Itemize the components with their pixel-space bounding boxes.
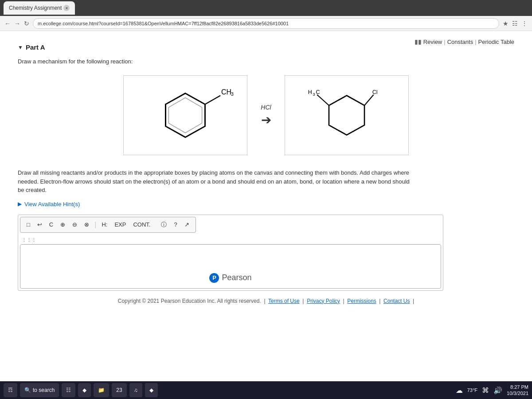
svg-line-2 — [205, 96, 221, 105]
svg-text:3: 3 — [231, 91, 234, 97]
page-content: ▮▮ Review | Constants | Periodic Table ▼… — [0, 31, 532, 381]
svg-line-6 — [317, 95, 329, 106]
browser-chrome: Chemistry Assignment × — [0, 0, 532, 16]
extensions-icon[interactable]: ☷ — [512, 20, 518, 27]
copyright-text: Copyright © 2021 Pearson Education Inc. … — [118, 298, 261, 304]
search-icon: 🔍 — [24, 387, 31, 393]
svg-text:CH: CH — [221, 88, 231, 96]
collapse-arrow-icon[interactable]: ▼ — [18, 44, 23, 51]
ruler-icon: ⋮⋮⋮ — [22, 237, 36, 243]
product-canvas[interactable]: H 3 C Cl — [285, 75, 409, 155]
drawing-toolbar: □ ↩ C ⊕ ⊖ ⊗ | H: EXP CONT. ⓘ ? ↗ — [20, 217, 196, 233]
clear-button[interactable]: ⊗ — [82, 220, 91, 229]
pearson-drawing-area[interactable]: P Pearson — [20, 244, 441, 289]
search-label: to search — [33, 387, 55, 393]
tab-close-button[interactable]: × — [63, 5, 70, 11]
new-doc-button[interactable]: □ — [25, 220, 32, 229]
review-link[interactable]: Review — [423, 39, 442, 45]
taskbar-edge-button[interactable]: ◆ — [78, 383, 91, 397]
refresh-icon[interactable]: ↻ — [24, 20, 29, 27]
part-title: Part A — [26, 43, 45, 51]
toolbar-separator: | — [94, 221, 96, 229]
calendar-day: 23 — [116, 387, 122, 393]
svg-marker-0 — [166, 94, 205, 137]
taskbar: ☶ 🔍 to search ☷ ◆ 📁 23 ♫ ◆ ☁ 73°F ⌘ 🔊 8:… — [0, 381, 532, 399]
hint-link[interactable]: View Available Hint(s) — [24, 201, 80, 207]
network-icon: ⌘ — [482, 386, 489, 395]
hint-arrow-icon[interactable]: ▶ — [18, 201, 22, 207]
svg-marker-5 — [329, 96, 364, 135]
reactant-canvas[interactable]: CH 3 — [123, 75, 247, 155]
taskbar-windows-button[interactable]: ☷ — [62, 383, 75, 397]
time-display: 8:27 PM — [507, 384, 528, 390]
product-svg: H 3 C Cl — [285, 76, 408, 155]
undo-button[interactable]: ↩ — [35, 220, 44, 229]
browser-tab[interactable]: Chemistry Assignment × — [4, 1, 75, 15]
taskbar-browser-button[interactable]: ◆ — [145, 383, 158, 397]
permissions-link[interactable]: Permissions — [347, 298, 376, 304]
reaction-area: CH 3 HCl ➔ H 3 C Cl — [18, 75, 514, 155]
taskbar-spotify-button[interactable]: ♫ — [129, 383, 142, 397]
contact-us-link[interactable]: Contact Us — [383, 298, 410, 304]
date-display: 10/3/2021 — [507, 390, 528, 396]
help-button[interactable]: ? — [172, 220, 179, 229]
tab-title: Chemistry Assignment — [9, 5, 62, 11]
terms-of-use-link[interactable]: Terms of Use — [268, 298, 300, 304]
pearson-name: Pearson — [222, 273, 251, 282]
svg-line-10 — [364, 95, 373, 106]
hydrogen-button[interactable]: H: — [100, 220, 109, 229]
arrow-container: HCl ➔ — [261, 104, 271, 127]
privacy-policy-link[interactable]: Privacy Policy — [307, 298, 340, 304]
pearson-p-icon: P — [209, 273, 219, 283]
svg-text:3: 3 — [313, 92, 315, 97]
constants-link[interactable]: Constants — [447, 39, 473, 45]
reaction-arrow-icon: ➔ — [261, 113, 271, 127]
address-bar[interactable]: m.ecollege.com/course.html?courseId=1678… — [33, 18, 499, 29]
cont-button[interactable]: CONT. — [131, 220, 152, 229]
bookmark-icon[interactable]: ★ — [503, 20, 509, 27]
back-icon[interactable]: ← — [4, 20, 11, 27]
exp-button[interactable]: EXP — [113, 220, 128, 229]
zoom-out-button[interactable]: ⊖ — [70, 220, 79, 229]
review-icon: ▮▮ — [415, 38, 422, 45]
taskbar-right: ☁ 73°F ⌘ 🔊 8:27 PM 10/3/2021 — [456, 384, 528, 397]
pearson-logo: P Pearson — [209, 273, 251, 283]
top-links: ▮▮ Review | Constants | Periodic Table — [415, 38, 514, 45]
info-button[interactable]: ⓘ — [159, 220, 168, 230]
redo-button[interactable]: C — [47, 220, 55, 229]
taskbar-file-button[interactable]: 📁 — [94, 383, 109, 397]
taskbar-time: 8:27 PM 10/3/2021 — [507, 384, 528, 397]
search-button[interactable]: 🔍 to search — [20, 383, 59, 397]
svg-text:Cl: Cl — [372, 89, 378, 95]
hint-row: ▶ View Available Hint(s) — [18, 201, 514, 207]
svg-marker-1 — [169, 98, 202, 133]
svg-text:C: C — [316, 89, 320, 95]
forward-icon[interactable]: → — [14, 20, 20, 27]
start-button[interactable]: ☶ — [4, 383, 17, 397]
temperature-display: 73°F — [467, 387, 477, 393]
volume-icon[interactable]: 🔊 — [493, 386, 502, 395]
temperature-icon: ☁ — [456, 386, 463, 395]
reagent-label: HCl — [261, 104, 271, 111]
zoom-in-button[interactable]: ⊕ — [59, 220, 67, 229]
menu-icon[interactable]: ⋮ — [521, 20, 528, 27]
expand-button[interactable]: ↗ — [183, 220, 191, 229]
instruction-text: Draw a mechanism for the following react… — [18, 58, 514, 65]
separator-1: | — [444, 39, 445, 45]
description-text: Draw all missing reactants and/or produc… — [18, 168, 417, 195]
reactant-svg: CH 3 — [124, 76, 247, 155]
pearson-letter: P — [212, 274, 216, 281]
separator-2: | — [475, 39, 476, 45]
periodic-table-link[interactable]: Periodic Table — [478, 39, 514, 45]
taskbar-calendar-button[interactable]: 23 — [112, 383, 126, 397]
url-text: m.ecollege.com/course.html?courseId=1678… — [38, 21, 289, 26]
address-bar-row: ← → ↻ m.ecollege.com/course.html?courseI… — [0, 16, 532, 31]
drawing-area-wrapper: □ ↩ C ⊕ ⊖ ⊗ | H: EXP CONT. ⓘ ? ↗ ⋮⋮⋮ P P — [18, 215, 443, 291]
ruler-area: ⋮⋮⋮ — [20, 236, 441, 244]
footer-text: Copyright © 2021 Pearson Education Inc. … — [18, 298, 514, 304]
svg-text:H: H — [308, 89, 312, 95]
